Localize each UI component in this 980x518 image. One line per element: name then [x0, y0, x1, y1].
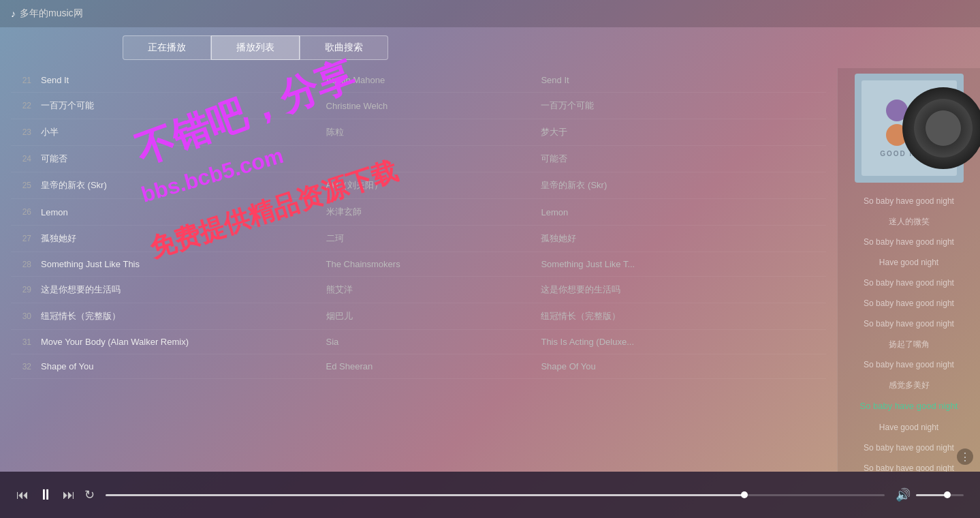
loop-button[interactable]: ↻ [84, 487, 95, 502]
song-name: 纽冠情长（完整版） [41, 310, 321, 322]
song-name: Lemon [41, 207, 321, 217]
song-album: This Is Acting (Deluxe... [535, 337, 821, 347]
next-button[interactable]: ⏭ [63, 488, 75, 502]
lyric-line: Have good night [843, 417, 975, 438]
song-row[interactable]: 26 Lemon 米津玄師 Lemon [11, 199, 826, 226]
lyric-line: So baby have good night [843, 273, 975, 293]
song-row[interactable]: 29 这是你想要的生活吗 熊艾洋 这是你想要的生活吗 [11, 277, 826, 303]
song-row[interactable]: 27 孤独她好 二珂 孤独她好 [11, 226, 826, 252]
song-name: 可能否 [41, 153, 321, 165]
lyrics-panel: So baby have good night迷人的微笑So baby have… [838, 188, 980, 472]
song-name: Move Your Body (Alan Walker Remix) [41, 337, 321, 347]
song-album: Something Just Like T... [535, 259, 821, 269]
song-album: 梦大于 [535, 126, 821, 138]
song-row[interactable]: 21 Send It Austin Mahone Send It [11, 68, 826, 93]
song-album: 一百万个可能 [535, 100, 821, 112]
volume-icon[interactable]: 🔊 [896, 487, 911, 502]
lyric-line: Have good night [843, 252, 975, 273]
song-num: 30 [16, 311, 41, 321]
player-bar: ⏮ ⏸ ⏭ ↻ 🔊 [0, 472, 980, 518]
song-num: 21 [16, 76, 41, 85]
volume-bar[interactable] [916, 494, 964, 496]
more-button[interactable]: ⋮ [957, 448, 973, 465]
lyric-line: So baby have good night [843, 314, 975, 334]
song-name: 小半 [41, 126, 321, 138]
song-album: 孤独她好 [535, 232, 821, 245]
song-num: 32 [16, 362, 41, 371]
song-row[interactable]: 31 Move Your Body (Alan Walker Remix) Si… [11, 330, 826, 354]
tab-now-playing[interactable]: 正在播放 [123, 35, 211, 60]
song-album: Send It [535, 75, 821, 85]
prev-button[interactable]: ⏮ [16, 488, 29, 502]
volume-fill [916, 494, 947, 496]
lyric-line: So baby have good night [843, 354, 975, 375]
song-album: 可能否 [535, 153, 821, 165]
song-album: Lemon [535, 207, 821, 217]
lyric-line: 迷人的微笑 [843, 211, 975, 232]
lyric-line: So baby have good night [843, 293, 975, 314]
site-title: 多年的music网 [20, 7, 83, 20]
song-name: 这是你想要的生活吗 [41, 284, 321, 296]
volume-area: 🔊 [896, 487, 964, 502]
song-artist: Christine Welch [321, 101, 536, 111]
song-album: Shape Of You [535, 361, 821, 371]
song-name: Shape of You [41, 361, 321, 371]
song-artist: Sia [321, 337, 536, 347]
song-name: 一百万个可能 [41, 100, 321, 112]
song-artist: 二珂 [321, 232, 536, 245]
vinyl-disc [902, 87, 981, 169]
song-num: 25 [16, 181, 41, 190]
song-artist: 烟巴儿 [321, 310, 536, 322]
song-row[interactable]: 25 皇帝的新衣 (Skr) AR（刘夫阳） 皇帝的新衣 (Skr) [11, 172, 826, 199]
lyric-line: So baby have good night [843, 232, 975, 252]
song-artist: Ed Sheeran [321, 361, 536, 371]
song-num: 26 [16, 207, 41, 217]
song-num: 31 [16, 337, 41, 347]
lyric-line: So baby have good night [843, 395, 975, 417]
song-num: 24 [16, 154, 41, 164]
song-list[interactable]: 21 Send It Austin Mahone Send It 22 一百万个… [0, 68, 837, 472]
header: ♪ 多年的music网 [0, 0, 980, 27]
right-panel: GOOD NIGHT So baby have good night迷人的微笑S… [837, 68, 980, 472]
album-art: GOOD NIGHT [855, 74, 964, 183]
song-name: 孤独她好 [41, 232, 321, 245]
song-num: 28 [16, 260, 41, 269]
song-name: 皇帝的新衣 (Skr) [41, 179, 321, 192]
progress-bar[interactable] [106, 494, 885, 496]
song-artist: 米津玄師 [321, 206, 536, 218]
tab-search[interactable]: 歌曲搜索 [300, 35, 388, 60]
song-artist: Austin Mahone [321, 75, 536, 85]
progress-fill [106, 494, 744, 496]
song-row[interactable]: 24 可能否 可能否 [11, 146, 826, 172]
song-album: 纽冠情长（完整版） [535, 310, 821, 322]
song-row[interactable]: 32 Shape of You Ed Sheeran Shape Of You [11, 354, 826, 379]
lyric-line: So baby have good night [843, 191, 975, 211]
song-row[interactable]: 23 小半 陈粒 梦大于 [11, 119, 826, 146]
song-artist: 陈粒 [321, 126, 536, 138]
song-num: 29 [16, 285, 41, 294]
main-content: 21 Send It Austin Mahone Send It 22 一百万个… [0, 68, 980, 472]
song-artist: 熊艾洋 [321, 284, 536, 296]
tab-bar: 正在播放 播放列表 歌曲搜索 [0, 27, 980, 68]
song-row[interactable]: 28 Something Just Like This The Chainsmo… [11, 252, 826, 277]
song-artist: The Chainsmokers [321, 259, 536, 269]
music-icon: ♪ [11, 8, 16, 19]
progress-area [106, 494, 885, 496]
lyric-line: So baby have good night [843, 438, 975, 458]
song-row[interactable]: 22 一百万个可能 Christine Welch 一百万个可能 [11, 93, 826, 119]
play-pause-button[interactable]: ⏸ [38, 486, 53, 504]
song-num: 22 [16, 101, 41, 110]
progress-dot [741, 491, 748, 498]
lyric-line: So baby have good night [843, 458, 975, 472]
lyric-line: 感觉多美好 [843, 375, 975, 395]
lyric-line: 扬起了嘴角 [843, 334, 975, 354]
song-num: 23 [16, 127, 41, 137]
song-album: 皇帝的新衣 (Skr) [535, 179, 821, 192]
player-controls: ⏮ ⏸ ⏭ ↻ [16, 486, 95, 504]
tab-playlist[interactable]: 播放列表 [211, 35, 300, 60]
song-name: Something Just Like This [41, 259, 321, 269]
song-num: 27 [16, 234, 41, 243]
song-row[interactable]: 30 纽冠情长（完整版） 烟巴儿 纽冠情长（完整版） [11, 303, 826, 330]
song-artist: AR（刘夫阳） [321, 179, 536, 192]
volume-dot [944, 491, 951, 498]
